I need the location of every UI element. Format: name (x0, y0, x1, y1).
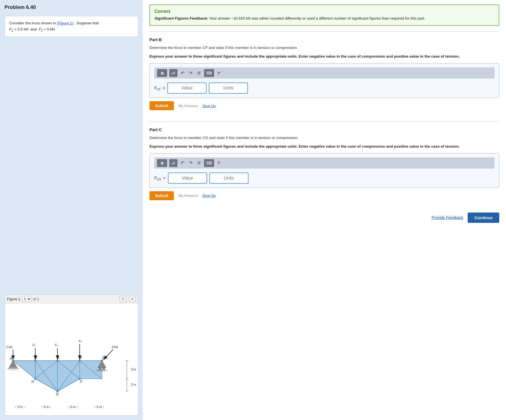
feedback-text: Significant Figures Feedback: Your answe… (154, 16, 494, 21)
svg-point-30 (99, 368, 101, 370)
refresh-button-b[interactable]: ↺ (196, 70, 202, 76)
figure-label: Figure 1 (7, 297, 20, 301)
part-c-input-area: ▦ μÅ ↶ ↷ ↺ ⌨ ? FCG = (149, 153, 499, 188)
mu-button-c[interactable]: μÅ (169, 159, 177, 167)
divider-2 (149, 121, 499, 122)
figure-of: of 1 (33, 297, 39, 301)
part-b-equals: = (163, 86, 165, 90)
part-c-submit-row: Submit My Answers Give Up (149, 191, 499, 200)
part-b-instruction: Express your answer to three significant… (149, 54, 499, 59)
help-button-b[interactable]: ? (216, 70, 221, 76)
part-b-submit-button[interactable]: Submit (149, 101, 174, 110)
f1-label: F (9, 27, 11, 31)
svg-text:3 kN: 3 kN (112, 345, 118, 349)
svg-point-41 (101, 360, 103, 362)
part-c-units-input[interactable] (209, 173, 249, 184)
part-b-submit-row: Submit My Answers Give Up (149, 101, 499, 110)
part-c-give-up[interactable]: Give Up (203, 194, 216, 198)
svg-point-37 (12, 360, 14, 362)
undo-button-b[interactable]: ↶ (180, 70, 186, 76)
svg-text:F₂: F₂ (79, 339, 82, 343)
grid-icon-c: ▦ (161, 161, 164, 165)
svg-text:←5 m→: ←5 m→ (15, 405, 26, 409)
part-b-value-input[interactable] (167, 82, 207, 94)
figure-image-area: ←5 m→ ←5 m→ ←5 m→ ←5 m→ 3 m 2 m (5, 303, 138, 415)
part-c-equation-label: FCG (154, 176, 161, 181)
part-c-my-answers[interactable]: My Answers (178, 194, 198, 198)
provide-feedback-link[interactable]: Provide Feedback (432, 215, 463, 220)
mu-icon-b: μÅ (172, 71, 175, 75)
svg-point-38 (34, 360, 36, 362)
f1-subscript: 1 (11, 29, 13, 32)
part-c-section: Part C Determine the force in member CG … (143, 127, 506, 206)
part-b-my-answers[interactable]: My Answers (178, 104, 198, 108)
svg-text:F₁: F₁ (32, 343, 36, 347)
svg-point-42 (34, 377, 36, 380)
part-b-input-area: ▦ μÅ ↶ ↷ ↺ ⌨ ? FCF = (149, 63, 499, 98)
svg-text:2 m: 2 m (131, 383, 136, 386)
feedback-body: Your answer −10.625 kN was either rounde… (209, 16, 425, 20)
problem-description: Consider the truss shown in (Figure 1) .… (4, 16, 138, 37)
divider-1 (149, 31, 499, 32)
figure-next-button[interactable]: > (129, 296, 136, 302)
f1-value: = 3.5 kN (14, 27, 29, 31)
description-suffix: . Suppose that (74, 21, 99, 25)
undo-button-c[interactable]: ↶ (180, 160, 186, 166)
svg-point-31 (103, 368, 105, 370)
svg-text:F: F (80, 379, 83, 384)
figure-link[interactable]: (Figure 1) (57, 21, 73, 25)
f1-expression: F1 = 3.5 kN and F2 = 5 kN (9, 27, 55, 31)
keyboard-button-c[interactable]: ⌨ (204, 159, 214, 167)
part-b-description: Determine the force in member CF and sta… (149, 45, 499, 51)
part-c-value-input[interactable] (168, 173, 207, 184)
cg-label: CG (203, 136, 208, 140)
figure-prev-button[interactable]: < (120, 296, 126, 302)
svg-point-40 (79, 360, 81, 362)
part-c-title: Part C (149, 127, 499, 132)
part-c-instruction: Express your answer to three significant… (149, 144, 499, 149)
svg-text:3 m: 3 m (131, 368, 136, 371)
part-c-description: Determine the force in member CG and sta… (149, 135, 499, 141)
part-c-equals: = (163, 176, 165, 180)
truss-diagram: ←5 m→ ←5 m→ ←5 m→ ←5 m→ 3 m 2 m (5, 303, 138, 415)
keyboard-button-b[interactable]: ⌨ (204, 69, 214, 77)
left-panel: Problem 6.40 Consider the truss shown in… (0, 0, 143, 420)
part-c-toolbar: ▦ μÅ ↶ ↷ ↺ ⌨ ? (154, 157, 495, 169)
part-b-units-input[interactable] (209, 82, 248, 94)
svg-rect-0 (5, 305, 138, 414)
redo-button-c[interactable]: ↷ (188, 160, 194, 166)
footer: Provide Feedback Continue (143, 208, 506, 227)
description-text: Consider the truss shown in (9, 21, 56, 25)
svg-text:H: H (31, 379, 34, 384)
figure-header: Figure 1 1 of 1 < > (5, 295, 138, 303)
part-b-toolbar: ▦ μÅ ↶ ↷ ↺ ⌨ ? (154, 67, 495, 79)
feedback-label: Significant Figures Feedback: (154, 16, 208, 20)
part-b-equation-row: FCF = (154, 82, 495, 94)
mu-icon-c: μÅ (172, 161, 175, 165)
redo-button-b[interactable]: ↷ (188, 70, 194, 76)
refresh-button-c[interactable]: ↺ (196, 160, 202, 166)
part-c-submit-button[interactable]: Submit (149, 191, 174, 200)
mu-button-b[interactable]: μÅ (169, 69, 177, 77)
f2-subscript: 2 (41, 29, 43, 32)
right-panel: Correct Significant Figures Feedback: Yo… (143, 0, 506, 420)
part-b-give-up[interactable]: Give Up (203, 104, 216, 108)
f2-value: = 5 kN (44, 27, 55, 31)
grid-button-c[interactable]: ▦ (157, 159, 167, 167)
continue-button[interactable]: Continue (468, 213, 499, 223)
svg-text:←5 m→: ←5 m→ (67, 405, 78, 409)
figure-select[interactable]: 1 (22, 296, 31, 302)
svg-text:F₁: F₁ (55, 343, 58, 347)
svg-text:2 kN: 2 kN (6, 345, 12, 349)
svg-text:G: G (56, 392, 58, 396)
part-c-equation-row: FCG = (154, 173, 495, 184)
correct-banner: Correct Significant Figures Feedback: Yo… (149, 4, 499, 26)
part-b-title: Part B (149, 37, 499, 42)
part-b-equation-label: FCF (154, 86, 161, 91)
part-b-section: Part B Determine the force in member CF … (143, 37, 506, 116)
cf-label: CF (203, 46, 208, 50)
svg-text:←5 m→: ←5 m→ (41, 405, 52, 409)
grid-button-b[interactable]: ▦ (157, 69, 167, 77)
help-button-c[interactable]: ? (216, 160, 221, 166)
svg-text:A: A (10, 356, 12, 360)
